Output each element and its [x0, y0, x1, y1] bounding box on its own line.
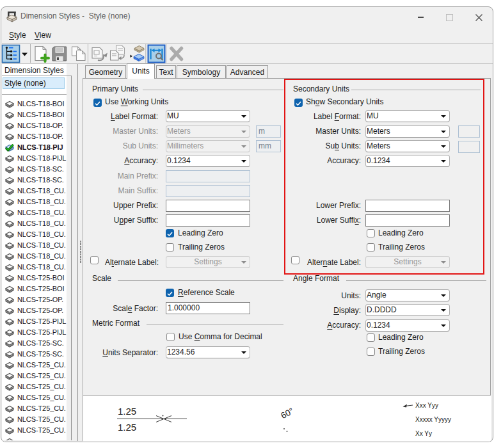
svg-text:Xxxxx Yyyyy: Xxxxx Yyyyy [415, 416, 451, 423]
svg-text:60°: 60° [279, 406, 295, 420]
svg-text:Xxx Yyy: Xxx Yyy [415, 402, 438, 409]
svg-text:1.25: 1.25 [118, 422, 136, 433]
svg-text:1.25: 1.25 [118, 406, 136, 417]
svg-text:Xx Yy: Xx Yy [415, 430, 432, 437]
